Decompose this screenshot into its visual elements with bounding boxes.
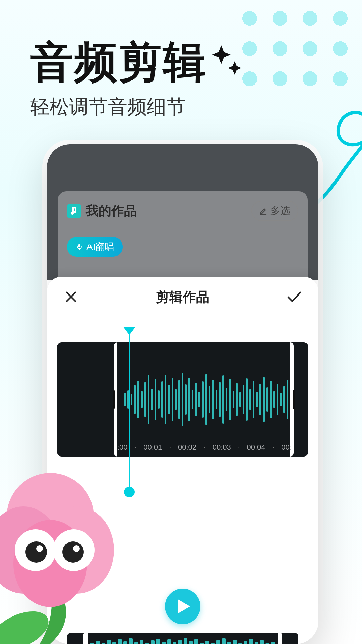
play-icon [177, 599, 191, 614]
overview-bar [194, 639, 198, 644]
svg-point-11 [73, 545, 80, 552]
multi-select-button[interactable]: 多选 [251, 201, 298, 221]
dimmed-backdrop: 我的作品 多选 AI翻唱 [47, 144, 318, 280]
time-label: 00:01 [143, 443, 162, 452]
edit-icon [259, 207, 267, 215]
overview-bar [145, 643, 149, 644]
time-label: 00:04 [247, 443, 265, 452]
flower-decoration [0, 416, 121, 644]
svg-point-10 [36, 545, 43, 552]
overview-bar [189, 641, 193, 644]
overview-bar [123, 641, 127, 644]
overview-bar [244, 641, 247, 644]
music-note-icon [67, 204, 81, 218]
close-icon [65, 290, 77, 303]
ai-cover-pill[interactable]: AI翻唱 [67, 237, 123, 257]
time-label: 00: [281, 443, 292, 452]
confirm-button[interactable] [285, 287, 304, 306]
mic-icon [76, 243, 83, 251]
time-ruler: :00·00:01·00:02·00:03·00:04·00: [117, 443, 292, 452]
overview-bar [151, 640, 155, 644]
svg-point-8 [25, 541, 47, 563]
time-label: 00:02 [178, 443, 196, 452]
svg-point-9 [62, 541, 84, 563]
my-works-label: 我的作品 [86, 202, 137, 219]
overview-bar [178, 640, 182, 644]
trim-handle-left[interactable] [113, 390, 115, 409]
overview-bar [255, 642, 258, 644]
time-label: 00:03 [213, 443, 231, 452]
close-button[interactable] [62, 287, 80, 306]
overview-bar [134, 642, 138, 644]
overview-bar [227, 642, 231, 644]
overview-bar [156, 639, 160, 644]
overview-bar [233, 640, 236, 644]
dot-grid-decoration [228, 0, 362, 87]
svg-rect-0 [78, 244, 80, 247]
overview-bar [167, 639, 171, 644]
overview-bar [184, 638, 187, 644]
check-icon [287, 290, 302, 303]
overview-bar [260, 640, 264, 644]
overview-bar [216, 640, 220, 644]
overview-bar [140, 640, 143, 644]
overview-bar [200, 643, 203, 644]
headline-title: 音频剪辑 [30, 34, 207, 92]
playhead[interactable] [123, 327, 135, 497]
overview-bar [129, 638, 132, 644]
ai-cover-label: AI翻唱 [86, 240, 114, 253]
overview-bar [271, 642, 275, 644]
overview-bar [249, 639, 253, 644]
sparkle-icon [211, 42, 245, 84]
multi-select-label: 多选 [270, 204, 290, 218]
headline-subtitle: 轻松调节音频细节 [30, 94, 186, 120]
overview-bar [162, 642, 165, 644]
trim-selection[interactable] [114, 342, 294, 457]
trim-handle-right[interactable] [293, 390, 295, 409]
playhead-marker-icon [123, 327, 135, 335]
overview-bar [222, 638, 226, 644]
editor-title: 剪辑作品 [156, 288, 209, 306]
overview-bar [173, 642, 176, 644]
play-button[interactable] [165, 589, 200, 624]
overview-bar [205, 641, 209, 644]
